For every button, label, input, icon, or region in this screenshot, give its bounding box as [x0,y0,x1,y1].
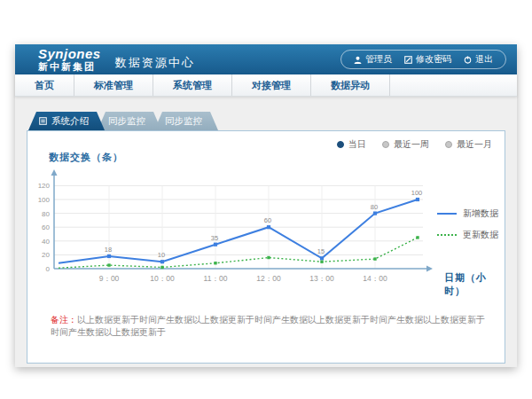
power-icon [464,56,472,64]
app-window: Synjones 新中新集团 数据资源中心 管理员 修改密码 退出 首页 标准管… [15,44,517,367]
svg-text:12：00: 12：00 [256,274,281,283]
note-prefix: 备注： [51,315,77,325]
radio-icon [382,141,389,148]
svg-text:9：00: 9：00 [99,274,120,283]
footer-note: 备注：以上数据更新于时间产生数据以上数据更新于时间产生数据以上数据更新于时间产生… [51,314,490,339]
x-axis-title: 日期（小时） [444,271,505,298]
svg-text:10: 10 [158,251,165,259]
radio-option-last-week[interactable]: 最近一周 [382,138,429,151]
time-range-filter: 当日 最近一周 最近一月 [337,138,492,151]
nav-item-system-mgmt[interactable]: 系统管理 [153,74,232,96]
chart-legend: 新增数据 更新数据 [437,207,498,241]
tab-label: 同步监控 [165,112,202,130]
chart-panel: 当日 最近一周 最近一月 数据交换（条） 0204060801001209：00… [27,130,505,364]
radio-option-today[interactable]: 当日 [337,138,366,151]
svg-text:15: 15 [317,247,325,255]
svg-text:80: 80 [42,210,50,218]
line-chart: 0204060801001209：0010：0011：0012：0013：001… [27,158,506,300]
header-user-bar: 管理员 修改密码 退出 [340,50,506,69]
svg-text:80: 80 [371,203,378,211]
document-icon [39,117,47,125]
legend-label: 更新数据 [463,229,498,241]
svg-text:60: 60 [42,223,50,231]
logout-button[interactable]: 退出 [464,53,493,66]
logout-label: 退出 [475,53,493,66]
svg-text:18: 18 [105,246,112,254]
tab-system-intro[interactable]: 系统介绍 [28,112,105,130]
main-nav: 首页 标准管理 系统管理 对接管理 数据异动 [15,74,517,97]
svg-text:100: 100 [411,189,423,197]
svg-text:0: 0 [46,265,51,273]
logo-text-cn: 新中新集团 [38,62,101,72]
legend-line-swatch [437,213,457,215]
legend-item-updated-data: 更新数据 [437,229,498,241]
user-menu[interactable]: 管理员 [354,53,392,66]
nav-item-data-change[interactable]: 数据异动 [311,74,390,96]
svg-text:20: 20 [42,251,50,259]
radio-label: 当日 [348,138,366,151]
tab-sync-monitor-1[interactable]: 同步监控 [98,112,161,130]
user-icon [354,56,362,64]
svg-text:120: 120 [38,182,51,190]
svg-text:13：00: 13：00 [309,274,334,283]
logo-text-en: Synjones [38,47,101,60]
radio-option-last-month[interactable]: 最近一月 [445,138,492,151]
svg-text:60: 60 [264,216,271,224]
radio-label: 最近一周 [394,138,429,151]
svg-text:14：00: 14：00 [363,274,387,283]
legend-line-swatch [437,234,457,236]
radio-icon [337,141,344,148]
user-label: 管理员 [365,53,392,66]
company-logo: Synjones 新中新集团 [38,47,101,72]
change-password-button[interactable]: 修改密码 [404,53,451,66]
tab-bar: 系统介绍 同步监控 同步监控 [28,112,211,130]
svg-text:10：00: 10：00 [150,274,175,283]
change-password-label: 修改密码 [416,53,451,66]
radio-icon [445,141,452,148]
tab-sync-monitor-2[interactable]: 同步监控 [154,112,218,130]
note-text: 以上数据更新于时间产生数据以上数据更新于时间产生数据以上数据更新于时间产生数据以… [51,315,485,337]
svg-text:100: 100 [38,196,51,204]
legend-item-new-data: 新增数据 [437,207,498,220]
nav-item-standard-mgmt[interactable]: 标准管理 [74,74,153,96]
app-header: Synjones 新中新集团 数据资源中心 管理员 修改密码 退出 [15,44,517,74]
svg-text:35: 35 [211,234,218,242]
tab-label: 同步监控 [108,112,145,130]
edit-icon [404,56,412,64]
page-title: 数据资源中心 [115,55,195,71]
svg-text:11：00: 11：00 [204,274,228,283]
svg-text:40: 40 [42,238,50,246]
radio-label: 最近一月 [457,138,492,151]
nav-item-home[interactable]: 首页 [15,74,74,96]
legend-label: 新增数据 [463,207,498,220]
tab-label: 系统介绍 [51,112,89,130]
nav-item-integration-mgmt[interactable]: 对接管理 [232,74,311,96]
